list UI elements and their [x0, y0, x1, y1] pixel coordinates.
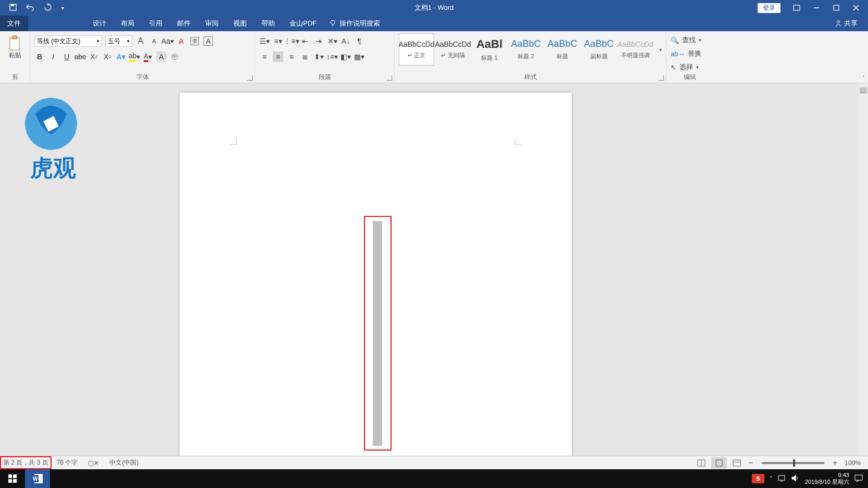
clear-formatting-icon[interactable]: A̷	[176, 36, 186, 46]
superscript-icon[interactable]: X2	[102, 52, 112, 62]
style-副标题[interactable]: AaBbC副标题	[581, 33, 617, 66]
zoom-level[interactable]: 100%	[841, 459, 864, 467]
action-center-icon[interactable]	[854, 474, 863, 483]
annotation-red-box-center	[364, 216, 392, 451]
justify-icon[interactable]: ≣	[300, 52, 310, 62]
style-↵ 无间隔[interactable]: AaBbCcDd↵ 无间隔	[435, 33, 471, 66]
start-button[interactable]	[0, 469, 25, 488]
language-indicator[interactable]: 中文(中国)	[104, 458, 144, 467]
align-right-icon[interactable]: ≡	[286, 52, 297, 62]
subscript-icon[interactable]: X2	[89, 52, 99, 62]
italic-icon[interactable]: I	[48, 52, 58, 62]
qat-more-icon[interactable]: ▾	[61, 5, 64, 11]
char-shading-icon[interactable]: A	[156, 52, 167, 62]
shading-icon[interactable]: ◧▾	[341, 52, 351, 62]
char-border-icon[interactable]: A	[203, 36, 213, 46]
sort-icon[interactable]: A↓	[341, 36, 351, 46]
collapse-ribbon-icon[interactable]: ˄	[862, 75, 865, 81]
tab-review[interactable]: 审阅	[198, 16, 226, 31]
select-button[interactable]: ↖选择▾	[671, 60, 709, 74]
document-area[interactable]: 虎观	[0, 83, 868, 456]
proofing-icon[interactable]: ▢✕	[83, 459, 104, 467]
style-标题 2[interactable]: AaBbC标题 2	[508, 33, 544, 66]
style-↵ 正文[interactable]: AaBbCcDd↵ 正文	[399, 33, 434, 66]
bullets-icon[interactable]: ☰▾	[259, 36, 270, 46]
font-size-combo[interactable]: 五号▾	[105, 35, 132, 47]
borders-icon[interactable]: ▦▾	[354, 52, 364, 62]
underline-icon[interactable]: U	[61, 52, 72, 62]
align-center-icon[interactable]: ≡	[273, 52, 283, 62]
decrease-indent-icon[interactable]: ⇤	[300, 36, 310, 46]
maximize-icon[interactable]	[827, 0, 845, 16]
paste-button[interactable]: 粘贴	[4, 33, 26, 62]
login-button[interactable]: 登录	[758, 3, 781, 13]
tab-file[interactable]: 文件	[0, 16, 28, 31]
numbering-icon[interactable]: ≡▾	[273, 36, 283, 46]
find-button[interactable]: 🔍查找▾	[671, 33, 709, 47]
minimize-icon[interactable]	[808, 0, 825, 16]
share-button[interactable]: 共享	[835, 19, 868, 28]
tab-help[interactable]: 帮助	[254, 16, 282, 31]
font-color-icon[interactable]: A▾	[143, 52, 153, 62]
style-不明显强调[interactable]: AaBbCcDd不明显强调	[618, 33, 653, 66]
tell-me-search[interactable]: 操作说明搜索	[329, 19, 380, 28]
paragraph-group-launcher[interactable]	[387, 75, 392, 81]
asian-layout-icon[interactable]: ✕▾	[327, 36, 337, 46]
save-icon[interactable]	[9, 4, 17, 12]
replace-button[interactable]: ab↔替换	[671, 47, 709, 60]
word-count[interactable]: 76 个字	[52, 458, 83, 467]
close-icon[interactable]	[847, 0, 865, 16]
vertical-scrollbar[interactable]	[859, 83, 868, 456]
line-spacing-icon[interactable]: ↕≡▾	[327, 52, 337, 62]
ribbon-display-icon[interactable]	[788, 0, 806, 16]
shrink-font-icon[interactable]: A	[149, 36, 159, 46]
tab-view[interactable]: 视图	[226, 16, 254, 31]
zoom-slider[interactable]	[762, 462, 824, 464]
multilevel-icon[interactable]: ⋮≡▾	[286, 36, 297, 46]
strikethrough-icon[interactable]: abc	[75, 52, 85, 62]
taskbar-word-icon[interactable]: W	[25, 469, 50, 488]
change-case-icon[interactable]: Aa▾	[162, 36, 173, 46]
style-标题[interactable]: AaBbC标题	[545, 33, 580, 66]
tab-mailings[interactable]: 邮件	[170, 16, 198, 31]
read-mode-icon[interactable]	[694, 457, 709, 469]
tab-home-hidden[interactable]	[28, 16, 85, 31]
bold-icon[interactable]: B	[34, 52, 45, 62]
tab-design[interactable]: 设计	[85, 16, 114, 31]
page-indicator[interactable]: 第 2 页，共 3 页	[0, 456, 52, 469]
volume-icon[interactable]	[791, 474, 800, 483]
enclose-char-icon[interactable]: ㊥	[170, 52, 180, 62]
highlight-icon[interactable]: ab▾	[129, 52, 140, 62]
style-标题 1[interactable]: AaBl标题 1	[472, 33, 507, 66]
styles-group-launcher[interactable]	[659, 75, 664, 81]
tab-references[interactable]: 引用	[142, 16, 170, 31]
svg-rect-4	[834, 5, 839, 10]
zoom-out-icon[interactable]: −	[747, 458, 756, 468]
print-layout-icon[interactable]	[711, 457, 727, 469]
font-group-launcher[interactable]	[247, 75, 253, 81]
find-icon: 🔍	[671, 36, 679, 44]
phonetic-icon[interactable]: 变	[190, 36, 200, 46]
web-layout-icon[interactable]	[729, 457, 745, 469]
text-effects-icon[interactable]: A▾	[116, 52, 126, 62]
taskbar-clock[interactable]: 9:43 2019/8/10 星期六	[805, 472, 849, 485]
increase-indent-icon[interactable]: ⇥	[313, 36, 324, 46]
scrollbar-thumb[interactable]	[860, 87, 867, 94]
grow-font-icon[interactable]: A	[135, 36, 146, 46]
network-icon[interactable]	[778, 474, 786, 483]
svg-point-9	[837, 21, 840, 23]
font-name-combo[interactable]: 等线 (中文正文)▾	[34, 35, 102, 47]
styles-more-icon[interactable]: ▾	[659, 47, 662, 53]
align-left-icon[interactable]: ≡	[259, 52, 270, 62]
show-marks-icon[interactable]: ¶	[354, 36, 364, 46]
sogou-ime-icon[interactable]: S	[752, 474, 764, 483]
zoom-in-icon[interactable]: +	[831, 458, 839, 468]
tab-layout[interactable]: 布局	[114, 16, 142, 31]
styles-gallery[interactable]: AaBbCcDd↵ 正文AaBbCcDd↵ 无间隔AaBl标题 1AaBbC标题…	[399, 33, 662, 66]
redo-icon[interactable]	[44, 4, 52, 12]
distribute-icon[interactable]: ⬍▾	[313, 52, 324, 62]
undo-icon[interactable]	[26, 4, 34, 12]
tray-expand-icon[interactable]: ˄	[770, 476, 773, 482]
svg-point-12	[25, 98, 77, 150]
tab-jinshan[interactable]: 金山PDF	[282, 16, 324, 31]
